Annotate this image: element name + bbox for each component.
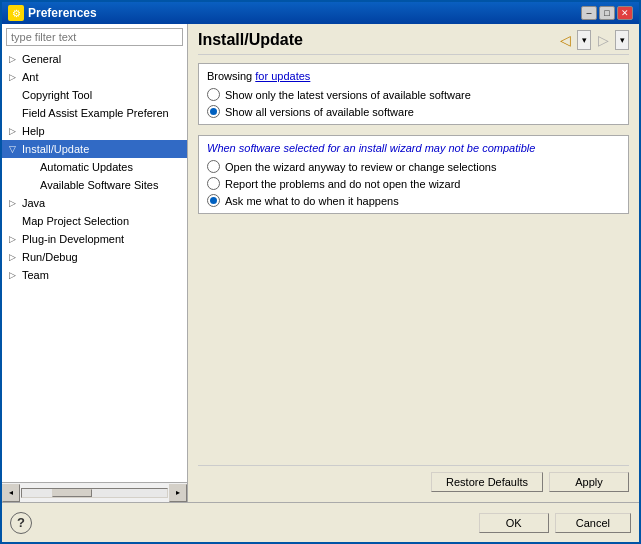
radio-item-open-wizard[interactable]: Open the wizard anyway to review or chan… (207, 160, 620, 173)
scroll-track (21, 488, 168, 498)
sidebar-item-label: Java (20, 196, 47, 210)
sidebar-item-label: Plug-in Development (20, 232, 126, 246)
expander-icon: ▷ (4, 123, 20, 139)
window-title: Preferences (28, 6, 97, 20)
title-bar: ⚙ Preferences – □ ✕ (2, 2, 639, 24)
left-scrollbar[interactable]: ◂ ▸ (2, 482, 187, 502)
scroll-thumb (52, 489, 92, 497)
page-title: Install/Update (198, 31, 303, 49)
forward-dropdown[interactable]: ▾ (615, 30, 629, 50)
back-icon[interactable]: ◁ (555, 30, 575, 50)
sidebar-item-map-project[interactable]: Map Project Selection (2, 212, 187, 230)
apply-button[interactable]: Apply (549, 472, 629, 492)
window-icon: ⚙ (8, 5, 24, 21)
section2-radio-group: Open the wizard anyway to review or chan… (207, 160, 620, 207)
sidebar-item-available-software[interactable]: Available Software Sites (2, 176, 187, 194)
browsing-text: Browsing (207, 70, 255, 82)
sidebar-item-run-debug[interactable]: ▷ Run/Debug (2, 248, 187, 266)
expander-icon: ▽ (4, 141, 20, 157)
sidebar-item-label: Help (20, 124, 47, 138)
bottom-buttons: Restore Defaults Apply (198, 465, 629, 496)
browsing-section: Browsing for updates Show only the lates… (198, 63, 629, 125)
sidebar-item-install-update[interactable]: ▽ Install/Update (2, 140, 187, 158)
expander-icon (22, 159, 38, 175)
sidebar-item-label: General (20, 52, 63, 66)
radio-item-ask[interactable]: Ask me what to do when it happens (207, 194, 620, 207)
expander-icon (4, 87, 20, 103)
sidebar-item-automatic-updates[interactable]: Automatic Updates (2, 158, 187, 176)
radio-item-report[interactable]: Report the problems and do not open the … (207, 177, 620, 190)
radio-label-latest: Show only the latest versions of availab… (225, 89, 471, 101)
back-dropdown[interactable]: ▾ (577, 30, 591, 50)
section1-title-text: Browsing for updates (207, 70, 310, 82)
section1-title: Browsing for updates (207, 70, 620, 82)
scroll-right-btn[interactable]: ▸ (169, 484, 187, 502)
dialog-buttons: OK Cancel (479, 513, 631, 533)
radio-circle-latest[interactable] (207, 88, 220, 101)
section1-radio-group: Show only the latest versions of availab… (207, 88, 620, 118)
forward-icon[interactable]: ▷ (593, 30, 613, 50)
expander-icon: ▷ (4, 267, 20, 283)
help-button[interactable]: ? (10, 512, 32, 534)
right-header: Install/Update ◁ ▾ ▷ ▾ (198, 30, 629, 55)
maximize-button[interactable]: □ (599, 6, 615, 20)
sidebar-item-plugin-dev[interactable]: ▷ Plug-in Development (2, 230, 187, 248)
close-button[interactable]: ✕ (617, 6, 633, 20)
sidebar-item-label: Run/Debug (20, 250, 80, 264)
dialog-bottom: ? OK Cancel (2, 502, 639, 542)
tree-area: ▷ General ▷ Ant Copyright Tool Field Ass… (2, 50, 187, 482)
expander-icon: ▷ (4, 231, 20, 247)
sidebar-item-label: Copyright Tool (20, 88, 94, 102)
left-panel: ▷ General ▷ Ant Copyright Tool Field Ass… (2, 24, 188, 502)
scroll-left-btn[interactable]: ◂ (2, 484, 20, 502)
sidebar-item-label: Field Assist Example Preferen (20, 106, 171, 120)
sidebar-item-java[interactable]: ▷ Java (2, 194, 187, 212)
ok-button[interactable]: OK (479, 513, 549, 533)
sidebar-item-label: Map Project Selection (20, 214, 131, 228)
sidebar-item-label: Automatic Updates (38, 160, 135, 174)
sidebar-item-label: Available Software Sites (38, 178, 160, 192)
sidebar-item-team[interactable]: ▷ Team (2, 266, 187, 284)
preferences-window: ⚙ Preferences – □ ✕ ▷ General ▷ An (0, 0, 641, 544)
section2-title-text: When software selected for an install wi… (207, 142, 535, 154)
radio-label-report: Report the problems and do not open the … (225, 178, 460, 190)
sidebar-item-help[interactable]: ▷ Help (2, 122, 187, 140)
content-area: ▷ General ▷ Ant Copyright Tool Field Ass… (2, 24, 639, 502)
sidebar-item-field-assist[interactable]: Field Assist Example Preferen (2, 104, 187, 122)
radio-circle-report[interactable] (207, 177, 220, 190)
sidebar-item-general[interactable]: ▷ General (2, 50, 187, 68)
right-panel: Install/Update ◁ ▾ ▷ ▾ Browsing for upda… (188, 24, 639, 502)
radio-label-all: Show all versions of available software (225, 106, 414, 118)
expander-icon (4, 105, 20, 121)
filter-input[interactable] (6, 28, 183, 46)
expander-icon: ▷ (4, 249, 20, 265)
toolbar-icons: ◁ ▾ ▷ ▾ (555, 30, 629, 50)
restore-defaults-button[interactable]: Restore Defaults (431, 472, 543, 492)
radio-item-show-all[interactable]: Show all versions of available software (207, 105, 620, 118)
for-updates-link[interactable]: for updates (255, 70, 310, 82)
expander-icon (22, 177, 38, 193)
radio-circle-all[interactable] (207, 105, 220, 118)
title-buttons: – □ ✕ (581, 6, 633, 20)
sidebar-item-label: Ant (20, 70, 41, 84)
section2-title: When software selected for an install wi… (207, 142, 620, 154)
expander-icon: ▷ (4, 195, 20, 211)
sidebar-item-label: Team (20, 268, 51, 282)
title-bar-left: ⚙ Preferences (8, 5, 97, 21)
compatibility-section: When software selected for an install wi… (198, 135, 629, 214)
radio-circle-open[interactable] (207, 160, 220, 173)
radio-label-open: Open the wizard anyway to review or chan… (225, 161, 496, 173)
expander-icon: ▷ (4, 51, 20, 67)
sidebar-item-label: Install/Update (20, 142, 91, 156)
expander-icon: ▷ (4, 69, 20, 85)
minimize-button[interactable]: – (581, 6, 597, 20)
sidebar-item-copyright[interactable]: Copyright Tool (2, 86, 187, 104)
sidebar-item-ant[interactable]: ▷ Ant (2, 68, 187, 86)
radio-item-show-latest[interactable]: Show only the latest versions of availab… (207, 88, 620, 101)
expander-icon (4, 213, 20, 229)
cancel-button[interactable]: Cancel (555, 513, 631, 533)
radio-circle-ask[interactable] (207, 194, 220, 207)
radio-label-ask: Ask me what to do when it happens (225, 195, 399, 207)
